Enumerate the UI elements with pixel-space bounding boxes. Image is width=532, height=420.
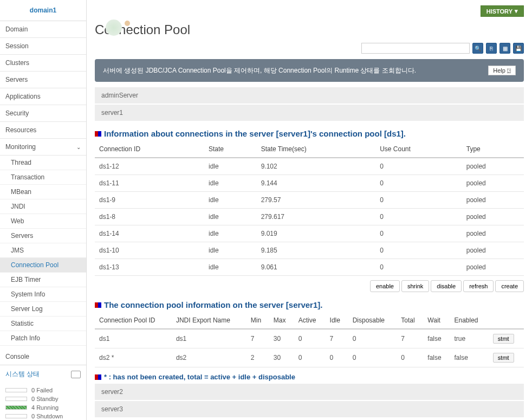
table-cell: 9.144 [257, 175, 376, 192]
nav-item-servers[interactable]: Servers [0, 72, 86, 88]
table-cell: ds1-14 [95, 225, 204, 242]
disable-button[interactable]: disable [431, 280, 462, 292]
help-button[interactable]: Help ⍰ [488, 66, 516, 75]
server-item[interactable]: adminServer [95, 87, 524, 104]
status-bar [5, 397, 27, 401]
section2-title: The connection pool information on the s… [95, 300, 524, 309]
table-row[interactable]: ds1-9idle279.570pooled [95, 192, 524, 209]
sidebar: domain1 DomainSessionClustersServersAppl… [0, 0, 87, 420]
nav-item-applications[interactable]: Applications [0, 88, 86, 105]
nav-item-resources[interactable]: Resources [0, 122, 86, 139]
table-row[interactable]: ds1-12idle9.1020pooled [95, 158, 524, 175]
table-row[interactable]: ds1-13idle9.0610pooled [95, 259, 524, 276]
nav-item-security[interactable]: Security [0, 105, 86, 122]
table-cell: ds1-10 [95, 242, 204, 259]
nav-item-session[interactable]: Session [0, 38, 86, 55]
main-content: HISTORY ▾ Connection Pool 🔍 ⎘ ▦ 💾 서버에 생성… [87, 0, 532, 420]
table-cell: 0 [348, 348, 397, 367]
stmt-button[interactable]: stmt [493, 353, 514, 363]
table-cell: idle [204, 209, 257, 225]
table-cell: idle [204, 192, 257, 209]
sidebar-item-connection-pool[interactable]: Connection Pool [0, 258, 86, 273]
table-cell: false [423, 348, 450, 367]
nav-monitoring[interactable]: Monitoring ⌄ [0, 139, 86, 156]
save-icon[interactable]: 💾 [513, 43, 524, 54]
table-header: State [204, 141, 257, 158]
server-item[interactable]: server3 [95, 401, 524, 417]
nav-item-domain[interactable]: Domain [0, 21, 86, 38]
table-row[interactable]: ds1-11idle9.1440pooled [95, 175, 524, 192]
table-cell: 0 [348, 329, 397, 348]
shrink-button[interactable]: shrink [401, 280, 429, 292]
search-icon[interactable]: 🔍 [472, 43, 483, 54]
table-cell: idle [204, 175, 257, 192]
table-cell: ds1-13 [95, 259, 204, 276]
sidebar-item-ejb-timer[interactable]: EJB Timer [0, 273, 86, 287]
status-label: 0 Failed [31, 387, 53, 393]
create-button[interactable]: create [495, 280, 524, 292]
table-cell: 0 [375, 158, 462, 175]
status-label: 0 Shutdown [31, 413, 63, 419]
history-label: HISTORY [486, 8, 512, 15]
table-row[interactable]: ds1ds17300707falsetruestmt [95, 329, 524, 348]
sidebar-item-statistic[interactable]: Statistic [0, 316, 86, 331]
table-row[interactable]: ds1-10idle9.1850pooled [95, 242, 524, 259]
table-cell: ds1-12 [95, 158, 204, 175]
sidebar-item-web[interactable]: Web [0, 214, 86, 229]
table-row[interactable]: ds1-14idle9.0190pooled [95, 225, 524, 242]
table-cell: 9.102 [257, 158, 376, 175]
chevron-down-icon: ▾ [515, 8, 518, 15]
sidebar-item-patch-info[interactable]: Patch Info [0, 331, 86, 346]
table-cell: 7 [326, 329, 348, 348]
nav-item-clusters[interactable]: Clusters [0, 55, 86, 72]
table-cell: 0 [326, 348, 348, 367]
table-header: State Time(sec) [257, 141, 376, 158]
domain-title[interactable]: domain1 [0, 0, 86, 21]
flag-icon [95, 374, 101, 380]
flag-icon [95, 131, 101, 137]
xml-icon[interactable]: ▦ [499, 43, 510, 54]
sidebar-item-system-info[interactable]: System Info [0, 287, 86, 302]
table-cell: pooled [462, 209, 524, 225]
stmt-button[interactable]: stmt [493, 334, 514, 344]
monitor-icon [71, 371, 81, 378]
history-button[interactable]: HISTORY ▾ [481, 5, 524, 17]
chevron-down-icon: ⌄ [76, 144, 81, 150]
sidebar-item-mbean[interactable]: MBean [0, 185, 86, 199]
table-header: Total [397, 312, 423, 329]
export-icon[interactable]: ⎘ [486, 43, 497, 54]
table-cell: ds1 [172, 329, 246, 348]
server-item[interactable]: server2 [95, 384, 524, 400]
table-row[interactable]: ds2 *ds22300000falsefalsestmt [95, 348, 524, 367]
table-cell: 9.061 [257, 259, 376, 276]
table-cell: pooled [462, 175, 524, 192]
table-header: Disposable [348, 312, 397, 329]
nav-monitoring-label: Monitoring [5, 143, 36, 151]
search-input[interactable] [361, 43, 470, 54]
table-cell: false [450, 348, 488, 367]
sidebar-item-servers[interactable]: Servers [0, 229, 86, 243]
sidebar-item-transaction[interactable]: Transaction [0, 170, 86, 185]
table-cell: pooled [462, 225, 524, 242]
table-cell: pooled [462, 192, 524, 209]
table-cell: 0 [294, 329, 326, 348]
table-header: Wait [423, 312, 450, 329]
status-bar [5, 414, 27, 418]
server-item[interactable]: server1 [95, 105, 524, 121]
table-row[interactable]: ds1-8idle279.6170pooled [95, 209, 524, 225]
sidebar-item-thread[interactable]: Thread [0, 156, 86, 170]
table-cell: 279.57 [257, 192, 376, 209]
refresh-button[interactable]: refresh [463, 280, 494, 292]
note: * : has not been created, total = active… [95, 373, 524, 381]
table-cell: ds2 [172, 348, 246, 367]
sidebar-item-server-log[interactable]: Server Log [0, 302, 86, 316]
system-status-title: 시스템 상태 [5, 370, 40, 379]
sidebar-item-jms[interactable]: JMS [0, 243, 86, 258]
sidebar-item-jndi[interactable]: JNDI [0, 199, 86, 214]
status-row: 0 Shutdown [5, 412, 81, 420]
table-cell: 7 [397, 329, 423, 348]
table-cell: ds1-8 [95, 209, 204, 225]
status-label: 4 Running [31, 404, 59, 411]
table-cell: 0 [397, 348, 423, 367]
enable-button[interactable]: enable [370, 280, 400, 292]
